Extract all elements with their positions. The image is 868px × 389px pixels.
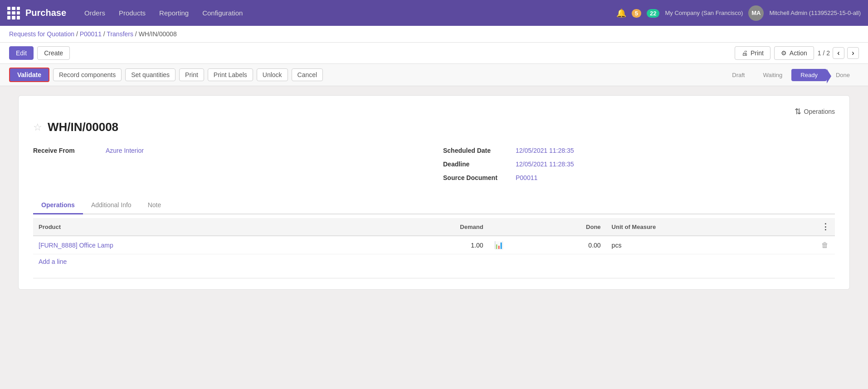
operations-toggle-button[interactable]: ⇅ Operations: [795, 107, 835, 117]
receive-from-value[interactable]: Azure Interior: [106, 147, 144, 154]
col-demand: Demand: [359, 218, 489, 236]
cell-demand: 1.00: [359, 236, 489, 254]
validate-button[interactable]: Validate: [9, 68, 49, 82]
main-menu: Orders Products Reporting Configuration: [79, 6, 616, 19]
record-components-button[interactable]: Record components: [53, 68, 122, 81]
user-name: Mitchell Admin (11395225-15-0-all): [769, 10, 861, 16]
company-name: My Company (San Francisco): [665, 10, 743, 16]
toolbar: Validate Record components Set quantitie…: [0, 64, 868, 86]
cell-done: 0.00: [509, 236, 606, 254]
cell-product: [FURN_8888] Office Lamp: [33, 236, 359, 254]
col-demand-chart: [489, 218, 509, 236]
unlock-button[interactable]: Unlock: [257, 68, 288, 81]
cell-uom: pcs: [606, 236, 816, 254]
sort-icon: ⇅: [795, 107, 801, 117]
form-fields: Receive From Azure Interior Scheduled Da…: [33, 147, 835, 188]
delete-row-icon[interactable]: 🗑: [821, 241, 829, 249]
activities-icon[interactable]: 5: [632, 8, 641, 18]
cell-delete[interactable]: 🗑: [816, 236, 835, 254]
record-title: WH/IN/00008: [48, 120, 118, 134]
table-row: [FURN_8888] Office Lamp 1.00 📊 0.00 pcs …: [33, 236, 835, 254]
main-content: ⇅ Operations ☆ WH/IN/00008 Receive From …: [0, 86, 868, 299]
menu-configuration[interactable]: Configuration: [197, 6, 248, 19]
add-line-button[interactable]: Add a line: [33, 254, 72, 269]
status-draft: Draft: [723, 69, 754, 81]
menu-products[interactable]: Products: [113, 6, 151, 19]
avatar[interactable]: MA: [748, 5, 764, 21]
tab-operations[interactable]: Operations: [33, 197, 83, 214]
action-button[interactable]: ⚙ Action: [774, 46, 814, 60]
col-actions: ⋮: [816, 218, 835, 236]
status-ready: Ready: [791, 69, 827, 81]
cancel-button[interactable]: Cancel: [292, 68, 323, 81]
content-separator: [33, 278, 835, 278]
status-done: Done: [827, 69, 859, 81]
scheduled-date-field: Scheduled Date 12/05/2021 11:28:35: [443, 147, 835, 154]
print-icon: 🖨: [741, 49, 748, 57]
messages-badge: 22: [647, 9, 659, 18]
favorite-star-icon[interactable]: ☆: [33, 122, 42, 133]
create-button[interactable]: Create: [37, 46, 70, 60]
topnav-right: 🔔 5 22 My Company (San Francisco) MA Mit…: [616, 5, 861, 21]
print-labels-button[interactable]: Print Labels: [208, 68, 253, 81]
receive-from-field: Receive From Azure Interior: [33, 147, 425, 154]
column-settings-icon[interactable]: ⋮: [821, 222, 829, 231]
breadcrumb-current: WH/IN/00008: [139, 30, 177, 38]
menu-orders[interactable]: Orders: [79, 6, 111, 19]
apps-icon[interactable]: [7, 7, 20, 19]
breadcrumb-transfers[interactable]: Transfers: [107, 30, 133, 38]
brand-logo[interactable]: Purchase: [25, 8, 66, 18]
status-waiting: Waiting: [754, 69, 791, 81]
page-navigation: 1 / 2 ‹ ›: [818, 47, 859, 59]
cell-chart[interactable]: 📊: [489, 236, 509, 254]
print-toolbar-button[interactable]: Print: [179, 68, 204, 81]
scheduled-date-value: 12/05/2021 11:28:35: [516, 147, 574, 154]
breadcrumb: Requests for Quotation / P00011 / Transf…: [0, 26, 868, 43]
deadline-value: 12/05/2021 11:28:35: [516, 160, 574, 168]
source-document-value[interactable]: P00011: [516, 174, 537, 181]
menu-reporting[interactable]: Reporting: [154, 6, 194, 19]
next-page-button[interactable]: ›: [847, 47, 859, 59]
top-navigation: Purchase Orders Products Reporting Confi…: [0, 0, 868, 26]
print-button[interactable]: 🖨 Print: [735, 46, 770, 60]
breadcrumb-rfq[interactable]: Requests for Quotation: [9, 30, 74, 38]
status-bar: Draft Waiting Ready Done: [723, 69, 859, 81]
set-quantities-button[interactable]: Set quantities: [125, 68, 176, 81]
record-card: ⇅ Operations ☆ WH/IN/00008 Receive From …: [18, 95, 850, 290]
source-document-field: Source Document P00011: [443, 174, 835, 181]
gear-icon: ⚙: [781, 49, 787, 57]
action-bar: Edit Create 🖨 Print ⚙ Action 1 / 2 ‹ ›: [0, 43, 868, 64]
tabs: Operations Additional Info Note: [33, 197, 835, 214]
tab-note[interactable]: Note: [140, 197, 170, 214]
operations-table: Product Demand Done Unit of Measure ⋮ [F…: [33, 218, 835, 254]
forecast-chart-icon[interactable]: 📊: [494, 241, 503, 249]
record-header: ☆ WH/IN/00008: [33, 120, 835, 134]
notification-bell-icon[interactable]: 🔔: [616, 8, 626, 18]
deadline-field: Deadline 12/05/2021 11:28:35: [443, 160, 835, 168]
col-uom: Unit of Measure: [606, 218, 816, 236]
col-done: Done: [509, 218, 606, 236]
prev-page-button[interactable]: ‹: [833, 47, 844, 59]
activities-badge: 5: [632, 9, 641, 18]
tab-additional-info[interactable]: Additional Info: [83, 197, 140, 214]
edit-button[interactable]: Edit: [9, 46, 34, 60]
breadcrumb-p00011[interactable]: P00011: [80, 30, 102, 38]
col-product: Product: [33, 218, 359, 236]
messages-icon[interactable]: 22: [647, 8, 659, 18]
page-indicator: 1 / 2: [818, 49, 830, 57]
